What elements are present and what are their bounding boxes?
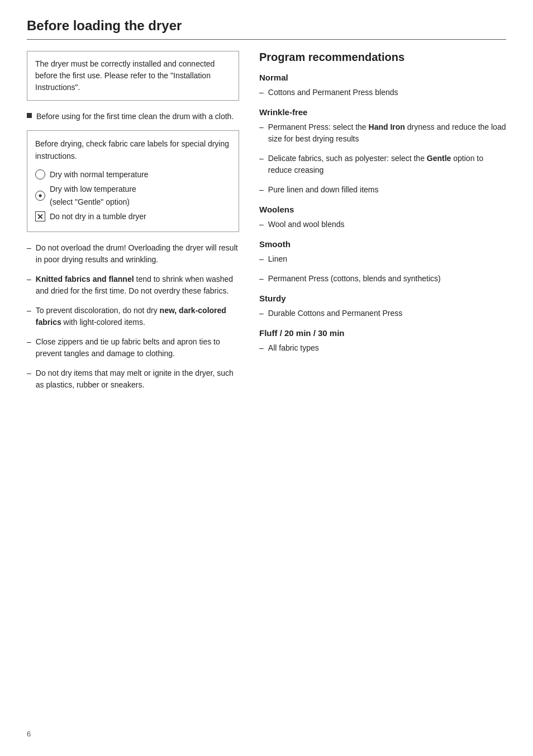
dash-text-3: To prevent discoloration, do not dry new…: [36, 305, 239, 328]
section-heading-sturdy: Sturdy: [259, 294, 506, 303]
fabric-care-box: Before drying, check fabric care labels …: [27, 130, 239, 232]
wrinkle-item-2: – Delicate fabrics, such as polyester: s…: [259, 153, 506, 176]
normal-item-1: – Cottons and Permanent Press blends: [259, 87, 506, 98]
dash-st1: –: [259, 308, 264, 319]
wrinkle-item-3: – Pure linen and down filled items: [259, 184, 506, 196]
dash-sm2: –: [259, 273, 264, 285]
dash-text-4: Close zippers and tie up fabric belts an…: [36, 336, 239, 360]
dry-low-text: Dry with low temperature(select "Gentle"…: [50, 183, 136, 208]
right-column: Program recommendations Normal – Cottons…: [259, 51, 506, 399]
woolens-text-1: Wool and wool blends: [268, 219, 345, 230]
dash-item-3: – To prevent discoloration, do not dry n…: [27, 305, 239, 328]
do-not-dry-icon: [35, 211, 45, 221]
title-divider: [27, 39, 506, 40]
left-column: The dryer must be correctly installed an…: [27, 51, 239, 399]
smooth-text-1: Linen: [268, 253, 287, 265]
dash-w2: –: [259, 153, 264, 164]
dash-item-4: – Close zippers and tie up fabric belts …: [27, 336, 239, 360]
notice-box: The dryer must be correctly installed an…: [27, 51, 239, 101]
section-heading-normal: Normal: [259, 73, 506, 82]
dash-text-5: Do not dry items that may melt or ignite…: [36, 367, 239, 391]
wrinkle-item-1: – Permanent Press: select the Hand Iron …: [259, 121, 506, 145]
sturdy-item-1: – Durable Cottons and Permanent Press: [259, 308, 506, 319]
dash-wo1: –: [259, 219, 264, 230]
dash-item-2: – Knitted fabrics and flannel tend to sh…: [27, 273, 239, 297]
bullet-item-1: Before using for the first time clean th…: [27, 111, 239, 122]
dash-sm1: –: [259, 253, 264, 265]
symbol-row-1: Dry with normal temperature: [35, 168, 231, 181]
dash-3: –: [27, 305, 31, 316]
symbol-row-2: Dry with low temperature(select "Gentle"…: [35, 183, 231, 208]
dash-2: –: [27, 273, 31, 285]
dash-fl1: –: [259, 342, 264, 354]
smooth-text-2: Permanent Press (cottons, blends and syn…: [268, 273, 441, 285]
dry-normal-icon: [35, 169, 45, 179]
dry-low-icon: [35, 191, 45, 201]
dash-1: –: [27, 242, 31, 254]
section-heading-smooth: Smooth: [259, 239, 506, 249]
woolens-item-1: – Wool and wool blends: [259, 219, 506, 230]
dry-normal-text: Dry with normal temperature: [50, 168, 149, 181]
do-not-dry-text: Do not dry in a tumble dryer: [50, 210, 146, 223]
dash-text-2: Knitted fabrics and flannel tend to shri…: [36, 273, 239, 297]
smooth-item-2: – Permanent Press (cottons, blends and s…: [259, 273, 506, 285]
dash-4: –: [27, 336, 31, 348]
dash-item-1: – Do not overload the drum! Overloading …: [27, 242, 239, 266]
section-heading-wrinklefree: Wrinkle-free: [259, 107, 506, 117]
program-recommendations-title: Program recommendations: [259, 51, 506, 64]
section-heading-woolens: Woolens: [259, 205, 506, 214]
wrinkle-text-1: Permanent Press: select the Hand Iron dr…: [268, 121, 506, 145]
fluff-text-1: All fabric types: [268, 342, 319, 354]
dash-item-5: – Do not dry items that may melt or igni…: [27, 367, 239, 391]
page-number: 6: [27, 730, 31, 738]
smooth-item-1: – Linen: [259, 253, 506, 265]
dash-w3: –: [259, 184, 264, 196]
wrinkle-text-3: Pure linen and down filled items: [268, 184, 379, 196]
dash-n1: –: [259, 87, 264, 98]
normal-text-1: Cottons and Permanent Press blends: [268, 87, 398, 98]
page-title: Before loading the dryer: [27, 18, 506, 34]
dash-5: –: [27, 367, 31, 379]
fabric-care-intro: Before drying, check fabric care labels …: [35, 138, 231, 163]
dash-w1: –: [259, 121, 264, 133]
bullet-icon: [27, 113, 32, 118]
fluff-item-1: – All fabric types: [259, 342, 506, 354]
wrinkle-text-2: Delicate fabrics, such as polyester: sel…: [268, 153, 506, 176]
main-content: The dryer must be correctly installed an…: [27, 51, 506, 399]
sturdy-text-1: Durable Cottons and Permanent Press: [268, 308, 402, 319]
section-heading-fluff: Fluff / 20 min / 30 min: [259, 328, 506, 338]
notice-text: The dryer must be correctly installed an…: [35, 59, 215, 92]
dash-text-1: Do not overload the drum! Overloading th…: [36, 242, 239, 266]
symbol-row-3: Do not dry in a tumble dryer: [35, 210, 231, 223]
bullet-text-1: Before using for the first time clean th…: [36, 111, 234, 122]
